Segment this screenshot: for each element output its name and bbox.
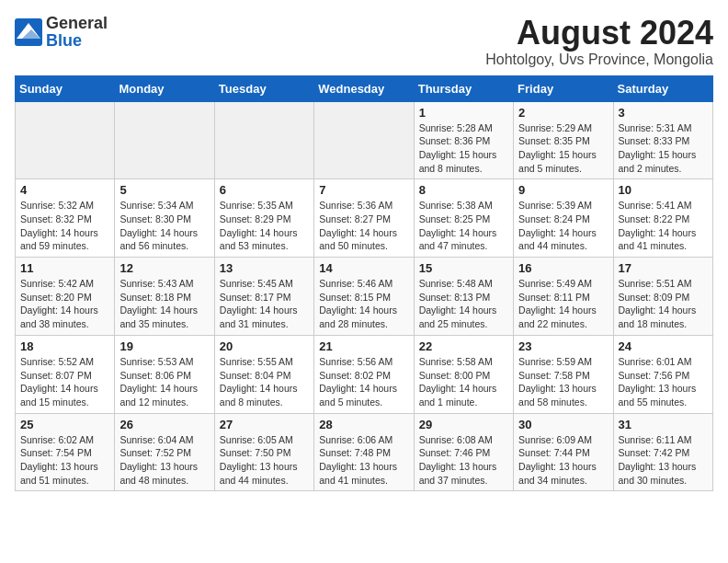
day-info: Sunrise: 5:53 AM Sunset: 8:06 PM Dayligh… <box>119 355 209 409</box>
day-info: Sunrise: 5:39 AM Sunset: 8:24 PM Dayligh… <box>518 199 608 253</box>
calendar-cell: 19Sunrise: 5:53 AM Sunset: 8:06 PM Dayli… <box>115 335 214 413</box>
day-number: 1 <box>419 106 508 120</box>
day-number: 7 <box>319 183 408 197</box>
day-header-tuesday: Tuesday <box>214 75 313 101</box>
day-number: 5 <box>119 183 209 197</box>
logo-general: General <box>46 14 108 32</box>
day-number: 25 <box>20 418 109 431</box>
day-info: Sunrise: 5:41 AM Sunset: 8:22 PM Dayligh… <box>619 199 708 253</box>
day-info: Sunrise: 6:08 AM Sunset: 7:46 PM Dayligh… <box>419 433 508 488</box>
calendar-cell: 29Sunrise: 6:08 AM Sunset: 7:46 PM Dayli… <box>414 413 513 491</box>
week-row-1: 4Sunrise: 5:32 AM Sunset: 8:32 PM Daylig… <box>16 179 713 258</box>
calendar-cell: 23Sunrise: 5:59 AM Sunset: 7:58 PM Dayli… <box>514 335 613 413</box>
day-info: Sunrise: 5:38 AM Sunset: 8:25 PM Dayligh… <box>419 199 508 253</box>
week-row-2: 11Sunrise: 5:42 AM Sunset: 8:20 PM Dayli… <box>16 258 713 336</box>
logo: General Blue <box>15 15 108 50</box>
header: General Blue August 2024 Hohtolgoy, Uvs … <box>15 15 713 68</box>
day-number: 22 <box>419 339 508 353</box>
main-title: August 2024 <box>485 15 713 52</box>
title-area: August 2024 Hohtolgoy, Uvs Province, Mon… <box>485 15 713 68</box>
day-info: Sunrise: 5:45 AM Sunset: 8:17 PM Dayligh… <box>220 277 309 331</box>
day-info: Sunrise: 6:05 AM Sunset: 7:50 PM Dayligh… <box>220 433 309 488</box>
calendar-cell: 24Sunrise: 6:01 AM Sunset: 7:56 PM Dayli… <box>613 335 712 413</box>
day-header-friday: Friday <box>514 75 613 101</box>
day-number: 27 <box>220 418 309 431</box>
calendar-cell: 21Sunrise: 5:56 AM Sunset: 8:02 PM Dayli… <box>314 335 414 413</box>
calendar-cell: 8Sunrise: 5:38 AM Sunset: 8:25 PM Daylig… <box>414 179 513 258</box>
day-info: Sunrise: 5:52 AM Sunset: 8:07 PM Dayligh… <box>20 355 109 409</box>
day-number: 31 <box>619 418 708 431</box>
day-number: 8 <box>419 183 508 197</box>
day-info: Sunrise: 5:36 AM Sunset: 8:27 PM Dayligh… <box>319 199 408 253</box>
calendar-cell <box>214 101 313 179</box>
day-info: Sunrise: 5:49 AM Sunset: 8:11 PM Dayligh… <box>518 277 608 331</box>
calendar-cell: 20Sunrise: 5:55 AM Sunset: 8:04 PM Dayli… <box>214 335 313 413</box>
calendar-cell: 14Sunrise: 5:46 AM Sunset: 8:15 PM Dayli… <box>314 258 414 336</box>
logo-text: General Blue <box>46 15 108 50</box>
day-number: 30 <box>518 418 608 431</box>
day-number: 4 <box>20 183 109 197</box>
calendar-cell: 11Sunrise: 5:42 AM Sunset: 8:20 PM Dayli… <box>16 258 115 336</box>
calendar-cell: 3Sunrise: 5:31 AM Sunset: 8:33 PM Daylig… <box>613 101 712 179</box>
calendar-cell: 27Sunrise: 6:05 AM Sunset: 7:50 PM Dayli… <box>214 413 313 491</box>
calendar-cell: 10Sunrise: 5:41 AM Sunset: 8:22 PM Dayli… <box>613 179 712 258</box>
day-info: Sunrise: 6:11 AM Sunset: 7:42 PM Dayligh… <box>619 433 708 488</box>
calendar-cell: 18Sunrise: 5:52 AM Sunset: 8:07 PM Dayli… <box>16 335 115 413</box>
day-info: Sunrise: 5:46 AM Sunset: 8:15 PM Dayligh… <box>319 277 408 331</box>
calendar-cell: 28Sunrise: 6:06 AM Sunset: 7:48 PM Dayli… <box>314 413 414 491</box>
calendar-cell: 17Sunrise: 5:51 AM Sunset: 8:09 PM Dayli… <box>613 258 712 336</box>
calendar-cell: 2Sunrise: 5:29 AM Sunset: 8:35 PM Daylig… <box>514 101 613 179</box>
calendar-cell <box>314 101 414 179</box>
day-number: 15 <box>419 261 508 275</box>
logo-icon <box>15 18 42 46</box>
day-number: 29 <box>419 418 508 431</box>
calendar-cell: 26Sunrise: 6:04 AM Sunset: 7:52 PM Dayli… <box>115 413 214 491</box>
header-row: SundayMondayTuesdayWednesdayThursdayFrid… <box>16 75 713 101</box>
week-row-4: 25Sunrise: 6:02 AM Sunset: 7:54 PM Dayli… <box>16 413 713 491</box>
day-number: 28 <box>319 418 408 431</box>
day-number: 3 <box>619 106 708 120</box>
day-number: 9 <box>518 183 608 197</box>
calendar-cell <box>115 101 214 179</box>
day-number: 17 <box>619 261 708 275</box>
calendar-cell: 16Sunrise: 5:49 AM Sunset: 8:11 PM Dayli… <box>514 258 613 336</box>
day-number: 11 <box>20 261 109 275</box>
day-number: 2 <box>518 106 608 120</box>
day-info: Sunrise: 6:09 AM Sunset: 7:44 PM Dayligh… <box>518 433 608 488</box>
calendar-cell: 13Sunrise: 5:45 AM Sunset: 8:17 PM Dayli… <box>214 258 313 336</box>
day-number: 24 <box>619 339 708 353</box>
day-info: Sunrise: 5:31 AM Sunset: 8:33 PM Dayligh… <box>619 121 708 176</box>
day-number: 13 <box>220 261 309 275</box>
week-row-0: 1Sunrise: 5:28 AM Sunset: 8:36 PM Daylig… <box>16 101 713 179</box>
day-number: 10 <box>619 183 708 197</box>
day-number: 18 <box>20 339 109 353</box>
day-number: 19 <box>119 339 209 353</box>
day-info: Sunrise: 6:04 AM Sunset: 7:52 PM Dayligh… <box>119 433 209 488</box>
calendar-cell: 15Sunrise: 5:48 AM Sunset: 8:13 PM Dayli… <box>414 258 513 336</box>
calendar-body: 1Sunrise: 5:28 AM Sunset: 8:36 PM Daylig… <box>16 101 713 491</box>
calendar-cell: 6Sunrise: 5:35 AM Sunset: 8:29 PM Daylig… <box>214 179 313 258</box>
day-number: 20 <box>220 339 309 353</box>
calendar-cell: 31Sunrise: 6:11 AM Sunset: 7:42 PM Dayli… <box>613 413 712 491</box>
day-info: Sunrise: 5:28 AM Sunset: 8:36 PM Dayligh… <box>419 121 508 176</box>
subtitle: Hohtolgoy, Uvs Province, Mongolia <box>485 52 713 68</box>
calendar-cell: 7Sunrise: 5:36 AM Sunset: 8:27 PM Daylig… <box>314 179 414 258</box>
day-info: Sunrise: 5:42 AM Sunset: 8:20 PM Dayligh… <box>20 277 109 331</box>
day-info: Sunrise: 5:43 AM Sunset: 8:18 PM Dayligh… <box>119 277 209 331</box>
day-info: Sunrise: 5:58 AM Sunset: 8:00 PM Dayligh… <box>419 355 508 409</box>
day-info: Sunrise: 5:34 AM Sunset: 8:30 PM Dayligh… <box>119 199 209 253</box>
calendar-cell: 4Sunrise: 5:32 AM Sunset: 8:32 PM Daylig… <box>16 179 115 258</box>
day-number: 16 <box>518 261 608 275</box>
day-header-sunday: Sunday <box>16 75 115 101</box>
day-number: 12 <box>119 261 209 275</box>
week-row-3: 18Sunrise: 5:52 AM Sunset: 8:07 PM Dayli… <box>16 335 713 413</box>
day-header-wednesday: Wednesday <box>314 75 414 101</box>
day-info: Sunrise: 6:02 AM Sunset: 7:54 PM Dayligh… <box>20 433 109 488</box>
day-info: Sunrise: 5:29 AM Sunset: 8:35 PM Dayligh… <box>518 121 608 176</box>
day-info: Sunrise: 5:56 AM Sunset: 8:02 PM Dayligh… <box>319 355 408 409</box>
day-info: Sunrise: 5:51 AM Sunset: 8:09 PM Dayligh… <box>619 277 708 331</box>
calendar: SundayMondayTuesdayWednesdayThursdayFrid… <box>15 75 713 492</box>
day-info: Sunrise: 5:48 AM Sunset: 8:13 PM Dayligh… <box>419 277 508 331</box>
day-header-thursday: Thursday <box>414 75 513 101</box>
calendar-cell: 30Sunrise: 6:09 AM Sunset: 7:44 PM Dayli… <box>514 413 613 491</box>
